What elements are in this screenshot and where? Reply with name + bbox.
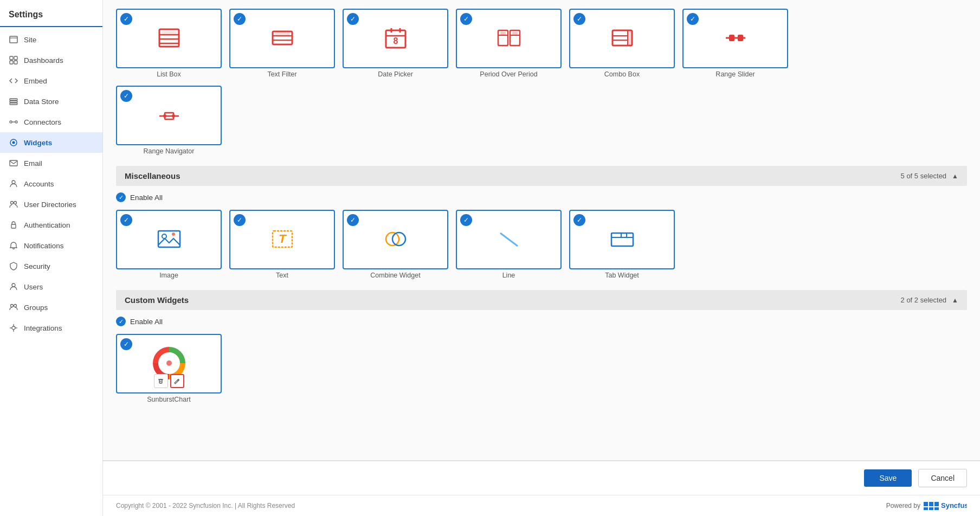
widget-card-range-nav[interactable]: ✓	[116, 86, 222, 145]
groups-icon	[9, 302, 18, 312]
widget-range-nav-container: ✓ Range Navigator	[116, 86, 222, 155]
sidebar-item-site[interactable]: Site	[0, 29, 102, 50]
svg-rect-80	[929, 507, 933, 510]
chevron-miscellaneous: ▲	[952, 172, 958, 180]
authentication-icon	[9, 220, 18, 230]
widget-card-text[interactable]: ✓ T	[229, 210, 335, 269]
sunburst-edit-btn[interactable]	[170, 374, 184, 388]
widget-label-combine: Combine Widget	[370, 272, 420, 279]
text-filter-icon	[269, 25, 295, 51]
sidebar-title: Settings	[0, 5, 102, 27]
widget-card-date-picker[interactable]: ✓ 8	[343, 9, 448, 68]
svg-point-17	[14, 202, 17, 204]
sidebar-item-security[interactable]: Security	[0, 256, 102, 276]
sidebar-label-embed: Embed	[24, 77, 47, 85]
widget-card-list-box[interactable]: ✓	[116, 9, 222, 68]
section-title-miscellaneous: Miscellaneous	[125, 171, 180, 180]
main-area: ✓ List Box ✓ Text Filter	[103, 0, 980, 516]
widget-sunburst-container: ✓	[116, 334, 222, 403]
sunburst-delete-btn[interactable]	[154, 374, 168, 388]
custom-widgets-grid: ✓	[116, 334, 967, 403]
svg-rect-5	[14, 61, 17, 64]
svg-rect-18	[11, 224, 16, 228]
sidebar-item-integrations[interactable]: Integrations	[0, 318, 102, 338]
svg-point-19	[12, 283, 15, 287]
datastore-icon	[9, 96, 18, 106]
svg-point-9	[10, 121, 12, 123]
sidebar-item-dashboards[interactable]: Dashboards	[0, 50, 102, 70]
svg-point-72	[166, 360, 172, 366]
svg-rect-45	[500, 32, 506, 35]
svg-rect-0	[10, 36, 17, 43]
sidebar-label-dashboards: Dashboards	[24, 56, 63, 64]
widget-combo-container: ✓ Combo Box	[569, 9, 675, 78]
widget-combine-container: ✓ Combine Widget	[343, 210, 448, 279]
widget-card-range-slider[interactable]: ✓	[682, 9, 788, 68]
check-period: ✓	[460, 13, 472, 25]
widget-card-line[interactable]: ✓	[456, 210, 562, 269]
svg-rect-79	[924, 507, 928, 510]
widget-text-container: ✓ T Text	[229, 210, 335, 279]
sidebar-item-email[interactable]: Email	[0, 153, 102, 173]
widget-card-period[interactable]: ✓	[456, 9, 562, 68]
sidebar-item-datastore[interactable]: Data Store	[0, 91, 102, 112]
section-meta-miscellaneous: 5 of 5 selected ▲	[901, 172, 958, 180]
widget-label-range-nav: Range Navigator	[144, 147, 195, 155]
sidebar-label-datastore: Data Store	[24, 98, 59, 106]
sidebar-item-connectors[interactable]: Connectors	[0, 112, 102, 132]
list-box-icon	[156, 25, 182, 51]
svg-point-58	[172, 114, 175, 118]
save-button[interactable]: Save	[864, 469, 912, 487]
widget-card-sunburst[interactable]: ✓	[116, 334, 222, 394]
svg-rect-76	[924, 502, 928, 506]
svg-point-21	[14, 305, 17, 307]
enable-all-misc-check[interactable]: ✓	[116, 192, 126, 202]
svg-line-66	[500, 233, 518, 246]
widget-image-container: ✓ Image	[116, 210, 222, 279]
svg-text:T: T	[279, 232, 287, 246]
users-icon	[9, 282, 18, 292]
widget-card-combo[interactable]: ✓	[569, 9, 675, 68]
sidebar-label-integrations: Integrations	[24, 324, 62, 332]
sidebar-item-authentication[interactable]: Authentication	[0, 215, 102, 235]
section-count-miscellaneous: 5 of 5 selected	[901, 172, 947, 180]
line-icon	[496, 228, 522, 250]
widget-card-combine[interactable]: ✓	[343, 210, 448, 269]
svg-rect-2	[10, 56, 13, 60]
period-icon	[496, 25, 522, 51]
svg-rect-49	[628, 30, 632, 46]
widget-label-period: Period Over Period	[480, 70, 537, 78]
sidebar-item-groups[interactable]: Groups	[0, 297, 102, 318]
section-header-miscellaneous[interactable]: Miscellaneous 5 of 5 selected ▲	[116, 166, 967, 186]
svg-point-57	[163, 114, 166, 118]
sidebar-item-accounts[interactable]: Accounts	[0, 173, 102, 194]
sidebar-label-users: Users	[24, 283, 43, 291]
check-date-picker: ✓	[347, 13, 359, 25]
footer-buttons: Save Cancel	[103, 461, 980, 495]
widget-label-list-box: List Box	[157, 70, 180, 78]
sidebar-item-embed[interactable]: Embed	[0, 70, 102, 91]
section-header-custom[interactable]: Custom Widgets 2 of 2 selected ▲	[116, 290, 967, 310]
widget-period-container: ✓ Period Over Period	[456, 9, 562, 78]
sidebar-label-authentication: Authentication	[24, 221, 70, 229]
range-slider-icon	[723, 25, 749, 51]
sidebar-item-user-directories[interactable]: User Directories	[0, 194, 102, 215]
widget-text-filter-container: ✓ Text Filter	[229, 9, 335, 78]
sidebar-item-widgets[interactable]: Widgets	[0, 132, 102, 153]
security-icon	[9, 261, 18, 271]
sidebar-label-site: Site	[24, 36, 36, 44]
widget-label-range-slider: Range Slider	[715, 70, 755, 78]
section-count-custom: 2 of 2 selected	[901, 296, 947, 304]
check-range-nav: ✓	[120, 90, 132, 102]
enable-all-custom-check[interactable]: ✓	[116, 317, 126, 326]
sidebar-item-users[interactable]: Users	[0, 276, 102, 297]
sidebar-label-groups: Groups	[24, 304, 48, 312]
check-combo: ✓	[573, 13, 585, 25]
widget-card-tab[interactable]: ✓	[569, 210, 675, 269]
cancel-button[interactable]: Cancel	[918, 469, 967, 487]
dashboard-icon	[9, 55, 18, 65]
widgets-icon	[9, 138, 18, 147]
widget-card-image[interactable]: ✓	[116, 210, 222, 269]
sidebar-item-notifications[interactable]: Notifications	[0, 235, 102, 256]
widget-card-text-filter[interactable]: ✓	[229, 9, 335, 68]
